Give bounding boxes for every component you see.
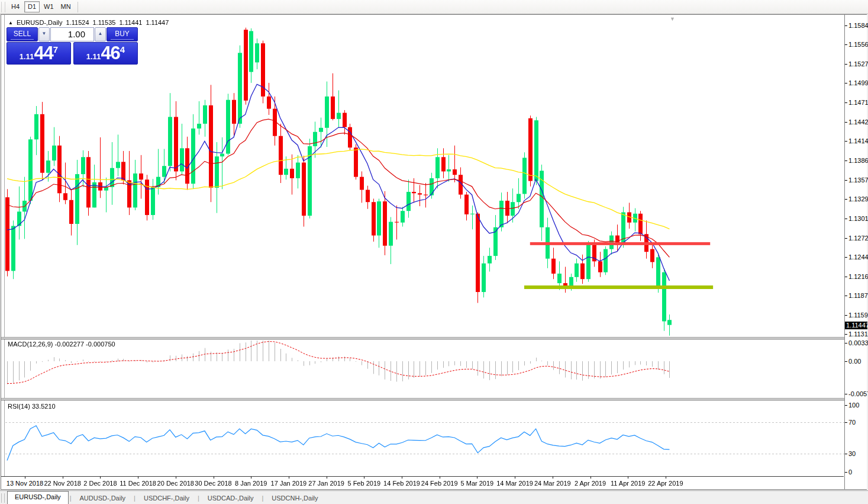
price-tick-label: 1.14710 bbox=[845, 99, 867, 106]
rsi-label: RSI(14) 33.5210 bbox=[8, 403, 56, 410]
price-tick-label: 1.14145 bbox=[845, 137, 867, 145]
date-axis[interactable]: 13 Nov 201822 Nov 20182 Dec 201811 Dec 2… bbox=[1, 476, 844, 489]
date-tick bbox=[25, 477, 25, 479]
volume-input[interactable]: 1.00 bbox=[50, 27, 94, 41]
quote-open: 1.11524 bbox=[66, 19, 89, 26]
tab-separator: | bbox=[260, 493, 264, 504]
one-click-trading-panel: SELL ▼ 1.00 ▲ BUY 1.11 44 7 1.11 46 4 bbox=[7, 27, 138, 65]
date-tick bbox=[477, 477, 477, 479]
quote-close: 1.11447 bbox=[146, 19, 169, 26]
timeframe-button-w1[interactable]: W1 bbox=[41, 1, 57, 12]
date-tick bbox=[63, 477, 63, 479]
date-tick-label: 20 Dec 2018 bbox=[157, 480, 194, 487]
price-tick-label: 1.11875 bbox=[845, 292, 867, 299]
date-tick bbox=[327, 477, 327, 479]
timeframe-button-h4[interactable]: H4 bbox=[8, 1, 23, 12]
date-tick bbox=[553, 477, 553, 479]
volume-decrease-button[interactable]: ▼ bbox=[38, 27, 50, 41]
toolbar-separator bbox=[78, 2, 78, 12]
chart-frame-line bbox=[4, 15, 5, 489]
rsi-axis-label: 30 bbox=[845, 450, 867, 457]
buy-price-button[interactable]: 1.11 46 4 bbox=[73, 42, 138, 65]
chart-window: ▲ EURUSD-,Daily 1.11524 1.11535 1.11441 … bbox=[1, 14, 867, 490]
date-tick-label: 11 Dec 2018 bbox=[120, 480, 156, 487]
date-tick bbox=[176, 477, 176, 479]
date-tick-label: 14 Mar 2019 bbox=[496, 480, 533, 487]
date-tick-label: 2 Apr 2019 bbox=[575, 480, 606, 487]
date-tick bbox=[628, 477, 628, 479]
date-tick bbox=[100, 477, 101, 479]
price-tick-label: 1.15845 bbox=[845, 22, 867, 29]
date-tick-label: 2 Dec 2018 bbox=[83, 480, 117, 487]
price-tick-label: 1.12160 bbox=[845, 273, 867, 280]
buy-price-main: 46 bbox=[101, 44, 120, 62]
date-tick-label: 17 Jan 2019 bbox=[271, 480, 307, 487]
rsi-axis-label: 0 bbox=[845, 468, 867, 476]
date-tick-label: 22 Apr 2019 bbox=[648, 480, 683, 487]
price-tick-label: 1.13860 bbox=[845, 157, 867, 164]
chart-tab-usdcnh[interactable]: USDCNH-,Daily bbox=[264, 493, 325, 504]
quote-header: ▲ EURUSD-,Daily 1.11524 1.11535 1.11441 … bbox=[8, 19, 169, 26]
price-tick-label: 1.13575 bbox=[845, 176, 867, 184]
chart-tab-bar: EURUSD-,Daily|AUDUSD-,Daily|USDCHF-,Dail… bbox=[0, 490, 868, 504]
tab-separator: | bbox=[69, 493, 73, 504]
price-tick-label: 1.11310 bbox=[845, 330, 867, 338]
rsi-axis-label: 100 bbox=[845, 402, 867, 409]
volume-increase-button[interactable]: ▲ bbox=[95, 27, 106, 41]
sell-price-button[interactable]: 1.11 44 7 bbox=[7, 42, 71, 65]
timeframe-toolbar: H4D1W1MN bbox=[0, 0, 868, 14]
price-tick-label: 1.14995 bbox=[845, 79, 867, 86]
date-tick-label: 11 Apr 2019 bbox=[611, 480, 646, 487]
price-tick-label: 1.13010 bbox=[845, 215, 867, 222]
date-tick-label: 5 Mar 2019 bbox=[461, 480, 494, 487]
price-tick-label: 1.12725 bbox=[845, 235, 867, 242]
price-scale[interactable]: 1.158451.155601.152751.149951.147101.144… bbox=[844, 15, 867, 489]
price-tick-label: 1.15560 bbox=[845, 41, 867, 48]
date-tick bbox=[402, 477, 402, 479]
timeframe-button-mn[interactable]: MN bbox=[58, 1, 74, 12]
date-tick bbox=[440, 477, 440, 479]
timeframe-button-d1[interactable]: D1 bbox=[24, 1, 40, 12]
collapse-panel-icon[interactable]: ▲ bbox=[8, 20, 13, 25]
date-tick bbox=[364, 477, 364, 479]
tab-separator: | bbox=[133, 493, 137, 504]
chart-tab-audusd[interactable]: AUDUSD-,Daily bbox=[72, 493, 133, 504]
date-tick-label: 22 Nov 2018 bbox=[44, 480, 80, 487]
rsi-indicator-canvas[interactable] bbox=[5, 400, 844, 476]
toolbar-grip[interactable] bbox=[1, 2, 5, 12]
date-tick bbox=[591, 477, 591, 479]
chart-tab-usdchf[interactable]: USDCHF-,Daily bbox=[137, 493, 196, 504]
chart-tab-eurusd[interactable]: EURUSD-,Daily bbox=[7, 491, 69, 504]
macd-indicator-canvas[interactable] bbox=[5, 339, 844, 398]
date-tick bbox=[515, 477, 515, 479]
date-tick bbox=[214, 477, 214, 479]
chart-shift-marker-icon[interactable]: ▼ bbox=[670, 16, 675, 22]
date-tick-label: 27 Jan 2019 bbox=[308, 480, 344, 487]
sell-price-pip: 7 bbox=[53, 44, 58, 54]
chart-tab-usdcad[interactable]: USDCAD-,Daily bbox=[201, 493, 261, 504]
tab-separator: | bbox=[196, 493, 201, 504]
buy-price-prefix: 1.11 bbox=[86, 52, 101, 61]
sell-button[interactable]: SELL bbox=[7, 27, 38, 41]
date-tick-label: 14 Feb 2019 bbox=[383, 480, 420, 487]
date-tick-label: 24 Mar 2019 bbox=[534, 480, 571, 487]
price-tick-label: 1.15275 bbox=[845, 60, 867, 68]
macd-axis-label: 0.003386 bbox=[845, 339, 867, 346]
buy-button[interactable]: BUY bbox=[107, 27, 138, 41]
date-tick-label: 8 Jan 2019 bbox=[235, 480, 267, 487]
price-tick-label: 1.11595 bbox=[845, 312, 867, 319]
date-tick-label: 13 Nov 2018 bbox=[7, 480, 43, 487]
macd-axis-label: 0.00 bbox=[845, 358, 867, 365]
date-tick bbox=[666, 477, 666, 479]
tab-bar-grip bbox=[1, 493, 5, 503]
buy-price-pip: 4 bbox=[120, 44, 125, 54]
date-tick-label: 24 Feb 2019 bbox=[421, 480, 458, 487]
symbol-name: EURUSD-,Daily bbox=[17, 19, 63, 26]
price-tick-label: 1.13295 bbox=[845, 195, 867, 203]
date-tick bbox=[138, 477, 138, 479]
price-tick-label: 1.12445 bbox=[845, 253, 867, 261]
macd-axis-label: -0.005737 bbox=[845, 390, 867, 397]
date-tick bbox=[251, 477, 251, 479]
sell-price-main: 44 bbox=[34, 44, 53, 62]
current-price-tag: 1.11447 bbox=[845, 322, 867, 329]
